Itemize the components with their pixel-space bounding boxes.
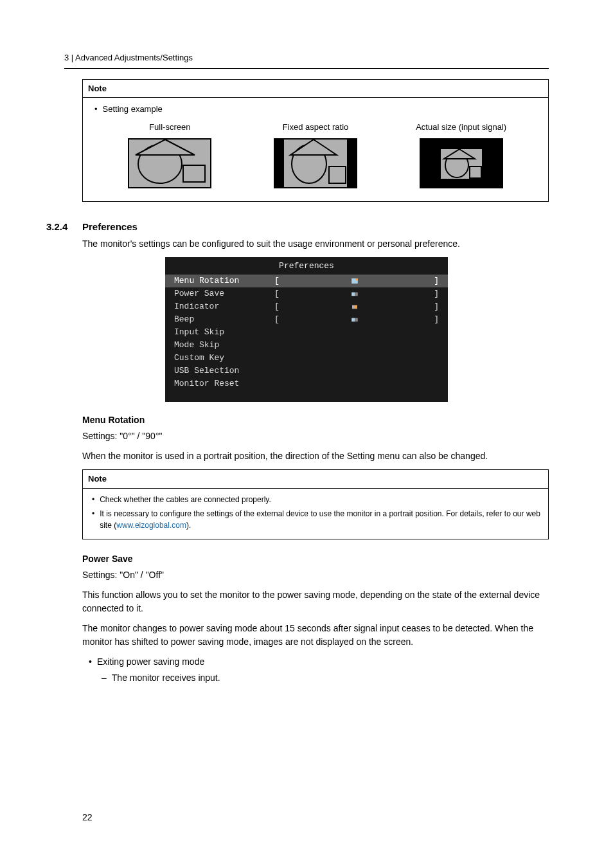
example-label-actual-size: Actual size (input signal) bbox=[416, 121, 506, 134]
svg-rect-15 bbox=[356, 278, 358, 280]
osd-row: Mode Skip bbox=[165, 339, 448, 352]
example-fixed-aspect-icon bbox=[274, 138, 357, 188]
page-number: 22 bbox=[82, 811, 93, 824]
power-save-p1: This function allows you to set the moni… bbox=[82, 588, 549, 615]
osd-row: Input Skip bbox=[165, 326, 448, 339]
osd-row: Menu Rotation[] bbox=[165, 275, 448, 287]
note2-item-2: It is necessary to configure the setting… bbox=[100, 508, 542, 531]
power-save-heading: Power Save bbox=[82, 552, 549, 566]
osd-row: Power Save[] bbox=[165, 287, 448, 300]
eizo-link[interactable]: www.eizoglobal.com bbox=[116, 521, 186, 530]
osd-title: Preferences bbox=[165, 257, 448, 275]
dash-icon: – bbox=[102, 671, 107, 685]
section-intro: The monitor's settings can be configured… bbox=[82, 237, 549, 251]
section-heading: 3.2.4 Preferences bbox=[64, 220, 549, 235]
menu-rotation-desc: When the monitor is used in a portrait p… bbox=[82, 449, 549, 463]
example-fullscreen-icon bbox=[128, 138, 211, 188]
bullet-icon: • bbox=[94, 103, 98, 116]
note-bullet-text: Setting example bbox=[103, 103, 163, 116]
svg-rect-13 bbox=[470, 167, 481, 178]
svg-rect-19 bbox=[355, 305, 357, 309]
osd-row: Monitor Reset bbox=[165, 377, 448, 390]
note-box-setting-example: Note • Setting example Full-screen Fixed… bbox=[82, 79, 549, 203]
svg-rect-21 bbox=[355, 318, 358, 322]
power-save-p2: The monitor changes to power saving mode… bbox=[82, 622, 549, 649]
osd-row: Custom Key bbox=[165, 352, 448, 365]
svg-rect-18 bbox=[352, 305, 355, 309]
note-bullet: • Setting example bbox=[94, 103, 540, 116]
osd-preferences-screenshot: Preferences Menu Rotation[]Power Save[]I… bbox=[165, 257, 448, 402]
section-number: 3.2.4 bbox=[46, 220, 82, 235]
osd-row: Beep[] bbox=[165, 313, 448, 326]
example-label-fullscreen: Full-screen bbox=[149, 121, 190, 134]
osd-row: Indicator[] bbox=[165, 300, 448, 313]
svg-rect-3 bbox=[183, 165, 205, 182]
note-box-rotation: Note • Check whether the cables are conn… bbox=[82, 469, 549, 539]
note-title: Note bbox=[83, 80, 548, 98]
power-save-list-item: • Exiting power saving mode bbox=[89, 655, 549, 669]
osd-row: USB Selection bbox=[165, 365, 448, 377]
note2-title: Note bbox=[83, 470, 548, 489]
bullet-icon: • bbox=[92, 494, 94, 505]
menu-rotation-settings: Settings: "0°" / "90°" bbox=[82, 429, 549, 443]
bullet-icon: • bbox=[92, 508, 94, 520]
menu-rotation-heading: Menu Rotation bbox=[82, 413, 549, 427]
page-header: 3 | Advanced Adjustments/Settings bbox=[64, 51, 549, 69]
example-label-fixed-aspect: Fixed aspect ratio bbox=[283, 121, 349, 134]
note2-item-1: Check whether the cables are connected p… bbox=[100, 494, 271, 505]
svg-rect-16 bbox=[351, 293, 355, 296]
bullet-icon: • bbox=[89, 655, 92, 669]
power-save-sublist-item: – The monitor receives input. bbox=[102, 671, 549, 685]
svg-rect-17 bbox=[355, 293, 358, 296]
example-actual-size-icon bbox=[420, 138, 503, 188]
svg-rect-20 bbox=[351, 318, 355, 322]
svg-rect-8 bbox=[329, 167, 346, 183]
section-title: Preferences bbox=[82, 220, 138, 235]
power-save-settings: Settings: "On" / "Off" bbox=[82, 568, 549, 582]
